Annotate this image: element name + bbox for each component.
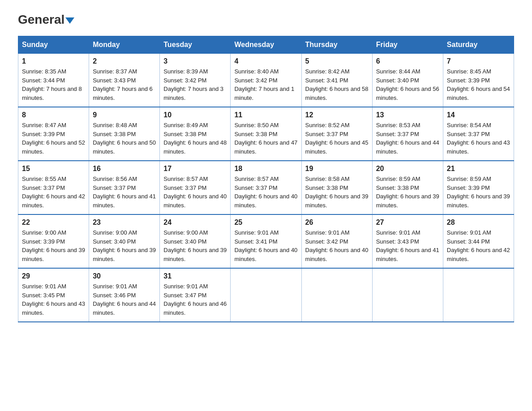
calendar-week-row: 22 Sunrise: 9:00 AM Sunset: 3:39 PM Dayl… <box>18 214 514 268</box>
calendar-cell: 11 Sunrise: 8:50 AM Sunset: 3:38 PM Dayl… <box>231 107 301 161</box>
calendar-cell: 28 Sunrise: 9:01 AM Sunset: 3:44 PM Dayl… <box>443 214 514 268</box>
logo-triangle-icon <box>65 17 74 24</box>
day-info: Sunrise: 8:53 AM Sunset: 3:37 PM Dayligh… <box>376 121 439 156</box>
calendar-cell: 13 Sunrise: 8:53 AM Sunset: 3:37 PM Dayl… <box>372 107 443 161</box>
day-info: Sunrise: 8:55 AM Sunset: 3:37 PM Dayligh… <box>22 175 85 210</box>
calendar-cell: 8 Sunrise: 8:47 AM Sunset: 3:39 PM Dayli… <box>18 107 89 161</box>
day-of-week-header: Tuesday <box>160 36 231 54</box>
day-number: 3 <box>163 57 227 65</box>
day-number: 23 <box>93 218 156 227</box>
day-number: 14 <box>447 111 510 119</box>
day-info: Sunrise: 9:01 AM Sunset: 3:44 PM Dayligh… <box>447 228 510 263</box>
day-info: Sunrise: 8:58 AM Sunset: 3:38 PM Dayligh… <box>305 175 369 210</box>
day-info: Sunrise: 8:59 AM Sunset: 3:38 PM Dayligh… <box>376 175 439 210</box>
day-info: Sunrise: 8:48 AM Sunset: 3:38 PM Dayligh… <box>93 121 156 156</box>
day-info: Sunrise: 8:54 AM Sunset: 3:37 PM Dayligh… <box>447 121 510 156</box>
calendar-cell: 17 Sunrise: 8:57 AM Sunset: 3:37 PM Dayl… <box>160 161 231 214</box>
day-number: 1 <box>22 57 85 65</box>
calendar-cell: 21 Sunrise: 8:59 AM Sunset: 3:39 PM Dayl… <box>443 161 514 214</box>
day-info: Sunrise: 8:56 AM Sunset: 3:37 PM Dayligh… <box>93 175 156 210</box>
calendar-header-row: SundayMondayTuesdayWednesdayThursdayFrid… <box>18 36 514 54</box>
day-number: 4 <box>234 57 297 65</box>
calendar-cell: 27 Sunrise: 9:01 AM Sunset: 3:43 PM Dayl… <box>372 214 443 268</box>
calendar-cell: 22 Sunrise: 9:00 AM Sunset: 3:39 PM Dayl… <box>18 214 89 268</box>
day-info: Sunrise: 8:44 AM Sunset: 3:40 PM Dayligh… <box>376 67 439 102</box>
day-info: Sunrise: 9:01 AM Sunset: 3:41 PM Dayligh… <box>234 228 297 263</box>
calendar-cell: 25 Sunrise: 9:01 AM Sunset: 3:41 PM Dayl… <box>231 214 301 268</box>
calendar-cell <box>372 268 443 322</box>
day-info: Sunrise: 8:42 AM Sunset: 3:41 PM Dayligh… <box>305 67 369 102</box>
day-number: 20 <box>376 165 439 173</box>
day-of-week-header: Saturday <box>443 36 514 54</box>
day-number: 18 <box>234 165 297 173</box>
calendar-cell <box>231 268 301 322</box>
calendar-cell: 3 Sunrise: 8:39 AM Sunset: 3:42 PM Dayli… <box>160 54 231 107</box>
logo: General <box>18 13 74 27</box>
day-number: 5 <box>305 57 369 65</box>
day-of-week-header: Wednesday <box>231 36 301 54</box>
day-number: 30 <box>93 272 156 280</box>
calendar-cell: 15 Sunrise: 8:55 AM Sunset: 3:37 PM Dayl… <box>18 161 89 214</box>
day-number: 31 <box>163 272 227 280</box>
day-info: Sunrise: 8:45 AM Sunset: 3:39 PM Dayligh… <box>447 67 510 102</box>
day-info: Sunrise: 8:39 AM Sunset: 3:42 PM Dayligh… <box>163 67 227 102</box>
day-number: 24 <box>163 218 227 227</box>
calendar-cell <box>301 268 372 322</box>
day-info: Sunrise: 9:01 AM Sunset: 3:46 PM Dayligh… <box>93 282 156 317</box>
calendar-cell: 14 Sunrise: 8:54 AM Sunset: 3:37 PM Dayl… <box>443 107 514 161</box>
calendar-cell <box>443 268 514 322</box>
day-number: 15 <box>22 165 85 173</box>
day-number: 7 <box>447 57 510 65</box>
day-number: 12 <box>305 111 369 119</box>
day-number: 9 <box>93 111 156 119</box>
calendar-cell: 1 Sunrise: 8:35 AM Sunset: 3:44 PM Dayli… <box>18 54 89 107</box>
day-of-week-header: Monday <box>89 36 160 54</box>
calendar-cell: 29 Sunrise: 9:01 AM Sunset: 3:45 PM Dayl… <box>18 268 89 322</box>
day-info: Sunrise: 9:01 AM Sunset: 3:43 PM Dayligh… <box>376 228 439 263</box>
calendar-cell: 9 Sunrise: 8:48 AM Sunset: 3:38 PM Dayli… <box>89 107 160 161</box>
day-number: 26 <box>305 218 369 227</box>
calendar-cell: 6 Sunrise: 8:44 AM Sunset: 3:40 PM Dayli… <box>372 54 443 107</box>
calendar-cell: 30 Sunrise: 9:01 AM Sunset: 3:46 PM Dayl… <box>89 268 160 322</box>
calendar-cell: 20 Sunrise: 8:59 AM Sunset: 3:38 PM Dayl… <box>372 161 443 214</box>
day-number: 16 <box>93 165 156 173</box>
calendar-cell: 10 Sunrise: 8:49 AM Sunset: 3:38 PM Dayl… <box>160 107 231 161</box>
calendar-week-row: 8 Sunrise: 8:47 AM Sunset: 3:39 PM Dayli… <box>18 107 514 161</box>
day-number: 21 <box>447 165 510 173</box>
calendar-cell: 23 Sunrise: 9:00 AM Sunset: 3:40 PM Dayl… <box>89 214 160 268</box>
day-number: 10 <box>163 111 227 119</box>
calendar-cell: 2 Sunrise: 8:37 AM Sunset: 3:43 PM Dayli… <box>89 54 160 107</box>
calendar-cell: 5 Sunrise: 8:42 AM Sunset: 3:41 PM Dayli… <box>301 54 372 107</box>
day-of-week-header: Sunday <box>18 36 89 54</box>
day-info: Sunrise: 8:37 AM Sunset: 3:43 PM Dayligh… <box>93 67 156 102</box>
day-info: Sunrise: 9:00 AM Sunset: 3:40 PM Dayligh… <box>93 228 156 263</box>
day-number: 8 <box>22 111 85 119</box>
day-info: Sunrise: 8:57 AM Sunset: 3:37 PM Dayligh… <box>234 175 297 210</box>
calendar-cell: 16 Sunrise: 8:56 AM Sunset: 3:37 PM Dayl… <box>89 161 160 214</box>
calendar-cell: 18 Sunrise: 8:57 AM Sunset: 3:37 PM Dayl… <box>231 161 301 214</box>
page-header: General <box>18 13 514 27</box>
day-info: Sunrise: 8:50 AM Sunset: 3:38 PM Dayligh… <box>234 121 297 156</box>
day-info: Sunrise: 9:01 AM Sunset: 3:45 PM Dayligh… <box>22 282 85 317</box>
day-info: Sunrise: 8:40 AM Sunset: 3:42 PM Dayligh… <box>234 67 297 102</box>
day-info: Sunrise: 8:57 AM Sunset: 3:37 PM Dayligh… <box>163 175 227 210</box>
calendar-table: SundayMondayTuesdayWednesdayThursdayFrid… <box>18 36 514 322</box>
calendar-cell: 7 Sunrise: 8:45 AM Sunset: 3:39 PM Dayli… <box>443 54 514 107</box>
day-number: 17 <box>163 165 227 173</box>
day-number: 22 <box>22 218 85 227</box>
day-info: Sunrise: 8:47 AM Sunset: 3:39 PM Dayligh… <box>22 121 85 156</box>
day-number: 25 <box>234 218 297 227</box>
day-info: Sunrise: 9:00 AM Sunset: 3:39 PM Dayligh… <box>22 228 85 263</box>
day-number: 6 <box>376 57 439 65</box>
day-info: Sunrise: 9:01 AM Sunset: 3:47 PM Dayligh… <box>163 282 227 317</box>
day-number: 29 <box>22 272 85 280</box>
day-of-week-header: Friday <box>372 36 443 54</box>
logo-top: General <box>18 13 74 26</box>
calendar-cell: 24 Sunrise: 9:00 AM Sunset: 3:40 PM Dayl… <box>160 214 231 268</box>
day-info: Sunrise: 9:00 AM Sunset: 3:40 PM Dayligh… <box>163 228 227 263</box>
day-number: 13 <box>376 111 439 119</box>
calendar-cell: 19 Sunrise: 8:58 AM Sunset: 3:38 PM Dayl… <box>301 161 372 214</box>
day-number: 11 <box>234 111 297 119</box>
day-number: 19 <box>305 165 369 173</box>
day-info: Sunrise: 8:35 AM Sunset: 3:44 PM Dayligh… <box>22 67 85 102</box>
